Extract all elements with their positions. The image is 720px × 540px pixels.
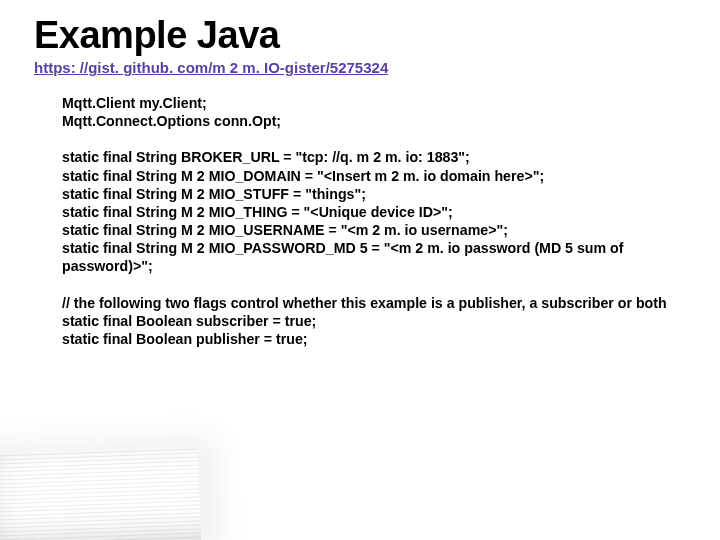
- code-block: Mqtt.Client my.Client; Mqtt.Connect.Opti…: [62, 94, 686, 348]
- code-line: Mqtt.Client my.Client;: [62, 94, 686, 112]
- code-line: // the following two flags control wheth…: [62, 294, 686, 312]
- code-line: static final String M 2 MIO_PASSWORD_MD …: [62, 239, 686, 275]
- code-line: static final String M 2 MIO_THING = "<Un…: [62, 203, 686, 221]
- gist-url-link[interactable]: https: //gist. github. com/m 2 m. IO-gis…: [34, 59, 686, 76]
- code-line: static final Boolean publisher = true;: [62, 330, 686, 348]
- code-line: static final String M 2 MIO_STUFF = "thi…: [62, 185, 686, 203]
- code-line: Mqtt.Connect.Options conn.Opt;: [62, 112, 686, 130]
- code-line: static final String M 2 MIO_DOMAIN = "<I…: [62, 167, 686, 185]
- code-line: static final Boolean subscriber = true;: [62, 312, 686, 330]
- slide-title: Example Java: [34, 14, 686, 57]
- decorative-corner: [0, 445, 202, 540]
- code-line: static final String M 2 MIO_USERNAME = "…: [62, 221, 686, 239]
- code-line: static final String BROKER_URL = "tcp: /…: [62, 148, 686, 166]
